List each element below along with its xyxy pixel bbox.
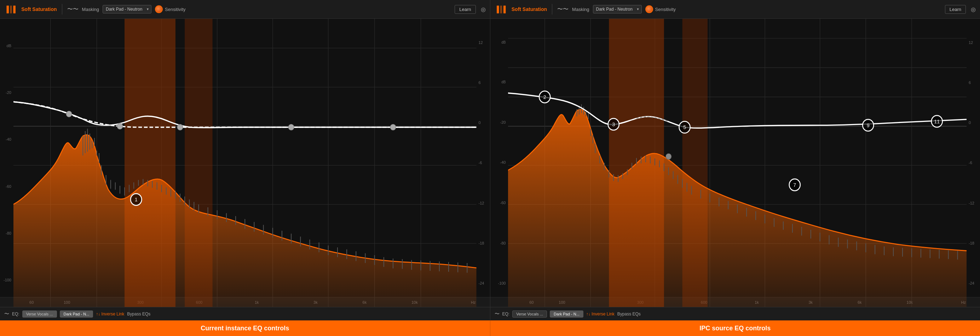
masking-label-left: Masking (82, 7, 99, 12)
left-eq-canvas-wrapper: dB -20 -40 -60 -80 -100 12 6 0 -6 -12 -1… (0, 19, 490, 307)
right-db-right-m6: -6 (967, 160, 980, 165)
right-db-right-m12: -12 (967, 201, 980, 205)
db-label-m20: -20 (0, 90, 13, 94)
masking-icon-right: 〜〜 (557, 6, 568, 13)
db-label-m40: -40 (0, 137, 13, 141)
left-panel-title: Soft Saturation (21, 6, 57, 12)
svg-text:1: 1 (135, 197, 138, 202)
svg-point-17 (117, 123, 123, 130)
right-panel-top-bar: ▐║▌ Soft Saturation 〜〜 Masking Dark Pad … (490, 0, 980, 18)
left-eq-waveform-icon: 〜 (4, 311, 9, 317)
right-eq-controls: 〜 EQ: Verse Vocals ... Dark Pad - N... ↑… (490, 307, 980, 320)
right-db-m60: -60 (490, 201, 508, 205)
svg-text:11: 11 (934, 118, 940, 124)
db-label-m100: -100 (0, 278, 13, 282)
masking-dropdown-right[interactable]: Dark Pad - Neutron (593, 5, 642, 13)
masking-dropdown-wrapper-right[interactable]: Dark Pad - Neutron (593, 5, 642, 13)
left-inverse-link-button[interactable]: ↑↓ Inverse Link (96, 312, 124, 317)
db-right-m18: -18 (477, 241, 490, 245)
db-right-0: 0 (477, 120, 490, 125)
right-footer: IPC source EQ controls (490, 320, 980, 336)
right-footer-text: IPC source EQ controls (700, 325, 770, 332)
left-eq-tab-verse[interactable]: Verse Vocals ... (22, 310, 57, 318)
sensitivity-button-right[interactable]: Sensitivity (645, 5, 676, 13)
svg-point-16 (66, 111, 72, 117)
right-db-right-6: 6 (967, 80, 980, 85)
db-right-m12: -12 (477, 201, 490, 205)
sensitivity-label-left: Sensitivity (165, 7, 186, 12)
masking-dropdown-left[interactable]: Dark Pad - Neutron (103, 5, 151, 13)
right-db-m100: -100 (490, 281, 508, 285)
learn-button-right[interactable]: Learn (945, 5, 966, 14)
footer-bar: Current instance EQ controls IPC source … (0, 320, 980, 336)
left-eq-svg: 1 (13, 19, 477, 307)
left-panel-top-bar: ▐║▌ Soft Saturation 〜〜 Masking Dark Pad … (0, 0, 490, 18)
svg-point-18 (177, 125, 183, 130)
svg-text:9: 9 (866, 123, 869, 128)
right-db-m80: -80 (490, 241, 508, 245)
left-db-labels: dB -20 -40 -60 -80 -100 (0, 19, 13, 307)
svg-text:2: 2 (543, 94, 546, 100)
divider-2 (552, 4, 552, 14)
svg-point-19 (288, 125, 294, 130)
sensitivity-circle-left (155, 5, 163, 13)
right-inverse-link-button[interactable]: ↑↓ Inverse Link (586, 312, 614, 317)
right-panel-title: Soft Saturation (512, 6, 547, 12)
left-footer-text: Current instance EQ controls (200, 325, 289, 332)
left-footer: Current instance EQ controls (0, 320, 490, 336)
masking-label-right: Masking (572, 7, 589, 12)
sensitivity-label-right: Sensitivity (655, 7, 676, 12)
right-db-m40: -40 (490, 160, 508, 165)
masking-dropdown-wrapper-left[interactable]: Dark Pad - Neutron (103, 5, 151, 13)
left-eq-panel: dB -20 -40 -60 -80 -100 12 6 0 -6 -12 -1… (0, 19, 490, 320)
db-right-12: 12 (477, 40, 490, 45)
sensitivity-circle-right (645, 5, 653, 13)
svg-point-20 (390, 125, 396, 130)
right-db-top-db2: dB (490, 80, 508, 84)
masking-icon-left: 〜〜 (67, 6, 78, 13)
right-db-right-m18: -18 (967, 241, 980, 245)
left-bypass-button[interactable]: Bypass EQs (127, 312, 150, 317)
right-db-labels-right: 12 6 0 -6 -12 -18 -24 (967, 19, 980, 307)
left-eq-tab-darkpad[interactable]: Dark Pad - N... (60, 310, 94, 318)
divider-1 (62, 4, 62, 14)
svg-point-40 (665, 154, 671, 160)
left-db-labels-right: 12 6 0 -6 -12 -18 -24 (477, 19, 490, 307)
sensitivity-button-left[interactable]: Sensitivity (155, 5, 186, 13)
orbit-icon-right: ◎ (971, 6, 976, 13)
right-db-labels-left: dB dB -20 -40 -60 -80 -100 (490, 19, 508, 307)
db-right-m24: -24 (477, 281, 490, 285)
db-right-m6: -6 (477, 160, 490, 165)
left-eq-label: EQ: (12, 312, 19, 317)
db-label-m60: -60 (0, 184, 13, 189)
db-label-m80: -80 (0, 231, 13, 235)
svg-text:7: 7 (793, 182, 796, 188)
spectrum-icon-right: ▐║▌ (495, 6, 508, 13)
spectrum-icon-left: ▐║▌ (4, 6, 18, 13)
right-db-right-12: 12 (967, 40, 980, 45)
db-label-0: dB (0, 43, 13, 48)
right-eq-svg: 2 3 5 7 9 11 (508, 19, 967, 307)
right-eq-waveform-icon: 〜 (495, 311, 500, 317)
right-eq-tab-verse[interactable]: Verse Vocals ... (512, 310, 547, 318)
right-eq-panel: dB dB -20 -40 -60 -80 -100 12 6 0 -6 -12… (490, 19, 980, 320)
right-bypass-button[interactable]: Bypass EQs (617, 312, 641, 317)
right-eq-tab-darkpad[interactable]: Dark Pad - N... (550, 310, 584, 318)
learn-button-left[interactable]: Learn (455, 5, 476, 14)
right-db-right-0: 0 (967, 120, 980, 125)
main-content: dB -20 -40 -60 -80 -100 12 6 0 -6 -12 -1… (0, 19, 980, 320)
right-eq-canvas-wrapper: dB dB -20 -40 -60 -80 -100 12 6 0 -6 -12… (490, 19, 980, 307)
right-db-top-db: dB (490, 40, 508, 44)
top-bar: ▐║▌ Soft Saturation 〜〜 Masking Dark Pad … (0, 0, 980, 19)
orbit-icon-left: ◎ (481, 6, 486, 13)
left-eq-controls: 〜 EQ: Verse Vocals ... Dark Pad - N... ↑… (0, 307, 490, 320)
right-eq-label: EQ: (503, 312, 510, 317)
svg-text:3: 3 (612, 122, 615, 127)
svg-text:5: 5 (683, 125, 686, 130)
right-db-m20: -20 (490, 120, 508, 125)
db-right-6: 6 (477, 80, 490, 85)
right-db-right-m24: -24 (967, 281, 980, 285)
